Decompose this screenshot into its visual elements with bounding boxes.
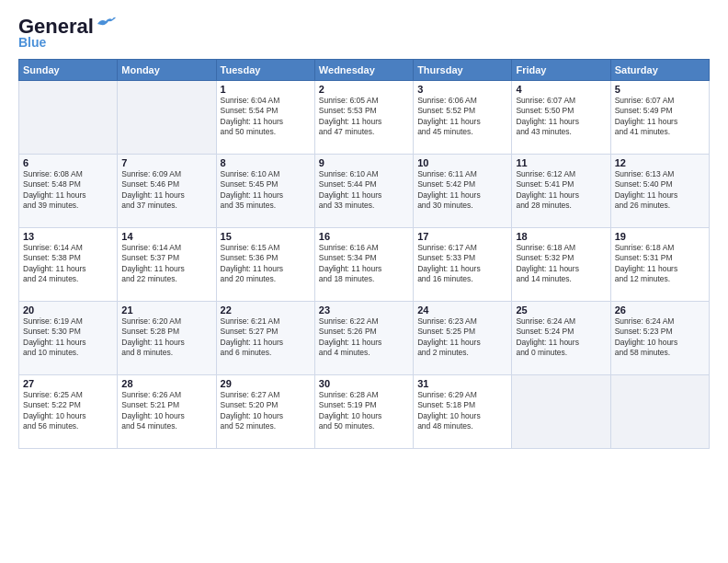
day-number: 3 — [417, 84, 507, 95]
day-number: 23 — [319, 304, 409, 316]
day-number: 29 — [221, 378, 311, 389]
day-cell: 14Sunrise: 6:14 AM Sunset: 5:37 PM Dayli… — [118, 228, 216, 302]
day-number: 13 — [23, 231, 113, 242]
header-cell-monday: Monday — [118, 60, 216, 81]
day-cell: 16Sunrise: 6:16 AM Sunset: 5:34 PM Dayli… — [314, 228, 413, 302]
day-info: Sunrise: 6:25 AM Sunset: 5:22 PM Dayligh… — [23, 390, 113, 432]
day-cell — [512, 375, 610, 449]
day-info: Sunrise: 6:14 AM Sunset: 5:38 PM Dayligh… — [23, 243, 113, 285]
day-info: Sunrise: 6:22 AM Sunset: 5:26 PM Dayligh… — [319, 316, 409, 359]
day-number: 8 — [221, 157, 311, 168]
day-info: Sunrise: 6:13 AM Sunset: 5:40 PM Dayligh… — [615, 169, 705, 212]
day-cell: 25Sunrise: 6:24 AM Sunset: 5:24 PM Dayli… — [512, 302, 610, 375]
day-info: Sunrise: 6:24 AM Sunset: 5:23 PM Dayligh… — [615, 316, 705, 359]
day-number: 14 — [121, 231, 211, 242]
day-cell: 6Sunrise: 6:08 AM Sunset: 5:48 PM Daylig… — [19, 155, 118, 228]
day-number: 17 — [417, 231, 507, 242]
day-cell: 15Sunrise: 6:15 AM Sunset: 5:36 PM Dayli… — [216, 228, 314, 302]
calendar-body: 1Sunrise: 6:04 AM Sunset: 5:54 PM Daylig… — [19, 81, 710, 449]
day-info: Sunrise: 6:26 AM Sunset: 5:21 PM Dayligh… — [121, 390, 211, 432]
day-cell: 30Sunrise: 6:28 AM Sunset: 5:19 PM Dayli… — [314, 375, 413, 449]
day-cell: 10Sunrise: 6:11 AM Sunset: 5:42 PM Dayli… — [414, 155, 512, 228]
week-row-2: 6Sunrise: 6:08 AM Sunset: 5:48 PM Daylig… — [19, 155, 710, 228]
day-info: Sunrise: 6:09 AM Sunset: 5:46 PM Dayligh… — [121, 169, 211, 212]
day-number: 21 — [121, 304, 211, 316]
day-info: Sunrise: 6:11 AM Sunset: 5:42 PM Dayligh… — [417, 169, 507, 212]
day-info: Sunrise: 6:07 AM Sunset: 5:49 PM Dayligh… — [615, 96, 705, 138]
logo: General Blue — [18, 15, 116, 50]
day-number: 11 — [516, 157, 606, 168]
day-number: 24 — [417, 304, 507, 316]
day-cell — [19, 81, 118, 155]
header-cell-saturday: Saturday — [610, 60, 709, 81]
day-number: 7 — [121, 157, 211, 168]
week-row-3: 13Sunrise: 6:14 AM Sunset: 5:38 PM Dayli… — [19, 228, 710, 302]
week-row-4: 20Sunrise: 6:19 AM Sunset: 5:30 PM Dayli… — [19, 302, 710, 375]
week-row-1: 1Sunrise: 6:04 AM Sunset: 5:54 PM Daylig… — [19, 81, 710, 155]
day-number: 31 — [417, 378, 507, 389]
day-cell: 22Sunrise: 6:21 AM Sunset: 5:27 PM Dayli… — [216, 302, 314, 375]
day-info: Sunrise: 6:06 AM Sunset: 5:52 PM Dayligh… — [417, 96, 507, 138]
day-info: Sunrise: 6:10 AM Sunset: 5:44 PM Dayligh… — [319, 169, 409, 212]
day-cell: 12Sunrise: 6:13 AM Sunset: 5:40 PM Dayli… — [610, 155, 709, 228]
day-cell: 1Sunrise: 6:04 AM Sunset: 5:54 PM Daylig… — [216, 81, 314, 155]
header-row: SundayMondayTuesdayWednesdayThursdayFrid… — [19, 60, 710, 81]
day-info: Sunrise: 6:23 AM Sunset: 5:25 PM Dayligh… — [417, 316, 507, 359]
calendar-table: SundayMondayTuesdayWednesdayThursdayFrid… — [18, 59, 710, 449]
day-number: 22 — [221, 304, 311, 316]
day-info: Sunrise: 6:20 AM Sunset: 5:28 PM Dayligh… — [121, 316, 211, 359]
day-cell: 13Sunrise: 6:14 AM Sunset: 5:38 PM Dayli… — [19, 228, 118, 302]
day-cell: 29Sunrise: 6:27 AM Sunset: 5:20 PM Dayli… — [216, 375, 314, 449]
logo-bird-icon — [96, 17, 116, 33]
header-cell-friday: Friday — [512, 60, 610, 81]
calendar-header: SundayMondayTuesdayWednesdayThursdayFrid… — [19, 60, 710, 81]
day-number: 28 — [121, 378, 211, 389]
day-info: Sunrise: 6:24 AM Sunset: 5:24 PM Dayligh… — [516, 316, 606, 359]
day-number: 12 — [615, 157, 705, 168]
day-info: Sunrise: 6:05 AM Sunset: 5:53 PM Dayligh… — [319, 96, 409, 138]
day-info: Sunrise: 6:10 AM Sunset: 5:45 PM Dayligh… — [221, 169, 311, 212]
day-cell: 19Sunrise: 6:18 AM Sunset: 5:31 PM Dayli… — [610, 228, 709, 302]
day-cell: 11Sunrise: 6:12 AM Sunset: 5:41 PM Dayli… — [512, 155, 610, 228]
day-info: Sunrise: 6:15 AM Sunset: 5:36 PM Dayligh… — [221, 243, 311, 285]
day-number: 15 — [221, 231, 311, 242]
day-cell: 8Sunrise: 6:10 AM Sunset: 5:45 PM Daylig… — [216, 155, 314, 228]
day-number: 25 — [516, 304, 606, 316]
day-info: Sunrise: 6:04 AM Sunset: 5:54 PM Dayligh… — [221, 96, 311, 138]
day-info: Sunrise: 6:08 AM Sunset: 5:48 PM Dayligh… — [23, 169, 113, 212]
logo-blue: Blue — [18, 35, 46, 50]
day-number: 4 — [516, 84, 606, 95]
day-cell: 21Sunrise: 6:20 AM Sunset: 5:28 PM Dayli… — [118, 302, 216, 375]
header-cell-tuesday: Tuesday — [216, 60, 314, 81]
day-info: Sunrise: 6:29 AM Sunset: 5:18 PM Dayligh… — [417, 390, 507, 432]
day-number: 16 — [319, 231, 409, 242]
day-number: 5 — [615, 84, 705, 95]
day-info: Sunrise: 6:18 AM Sunset: 5:32 PM Dayligh… — [516, 243, 606, 285]
day-info: Sunrise: 6:17 AM Sunset: 5:33 PM Dayligh… — [417, 243, 507, 285]
header: General Blue — [18, 15, 710, 50]
day-cell: 18Sunrise: 6:18 AM Sunset: 5:32 PM Dayli… — [512, 228, 610, 302]
day-number: 1 — [221, 84, 311, 95]
day-cell: 23Sunrise: 6:22 AM Sunset: 5:26 PM Dayli… — [314, 302, 413, 375]
day-info: Sunrise: 6:12 AM Sunset: 5:41 PM Dayligh… — [516, 169, 606, 212]
header-cell-wednesday: Wednesday — [314, 60, 413, 81]
day-number: 2 — [319, 84, 409, 95]
day-cell: 4Sunrise: 6:07 AM Sunset: 5:50 PM Daylig… — [512, 81, 610, 155]
day-number: 18 — [516, 231, 606, 242]
day-number: 10 — [417, 157, 507, 168]
day-cell: 7Sunrise: 6:09 AM Sunset: 5:46 PM Daylig… — [118, 155, 216, 228]
day-cell — [610, 375, 709, 449]
day-info: Sunrise: 6:21 AM Sunset: 5:27 PM Dayligh… — [221, 316, 311, 359]
day-number: 9 — [319, 157, 409, 168]
day-number: 26 — [615, 304, 705, 316]
header-cell-sunday: Sunday — [19, 60, 118, 81]
day-cell — [118, 81, 216, 155]
header-cell-thursday: Thursday — [414, 60, 512, 81]
day-cell: 24Sunrise: 6:23 AM Sunset: 5:25 PM Dayli… — [414, 302, 512, 375]
day-info: Sunrise: 6:16 AM Sunset: 5:34 PM Dayligh… — [319, 243, 409, 285]
day-info: Sunrise: 6:07 AM Sunset: 5:50 PM Dayligh… — [516, 96, 606, 138]
page-container: General Blue SundayMondayTuesdayWednesda… — [0, 0, 728, 458]
day-number: 30 — [319, 378, 409, 389]
day-info: Sunrise: 6:27 AM Sunset: 5:20 PM Dayligh… — [221, 390, 311, 432]
day-cell: 28Sunrise: 6:26 AM Sunset: 5:21 PM Dayli… — [118, 375, 216, 449]
